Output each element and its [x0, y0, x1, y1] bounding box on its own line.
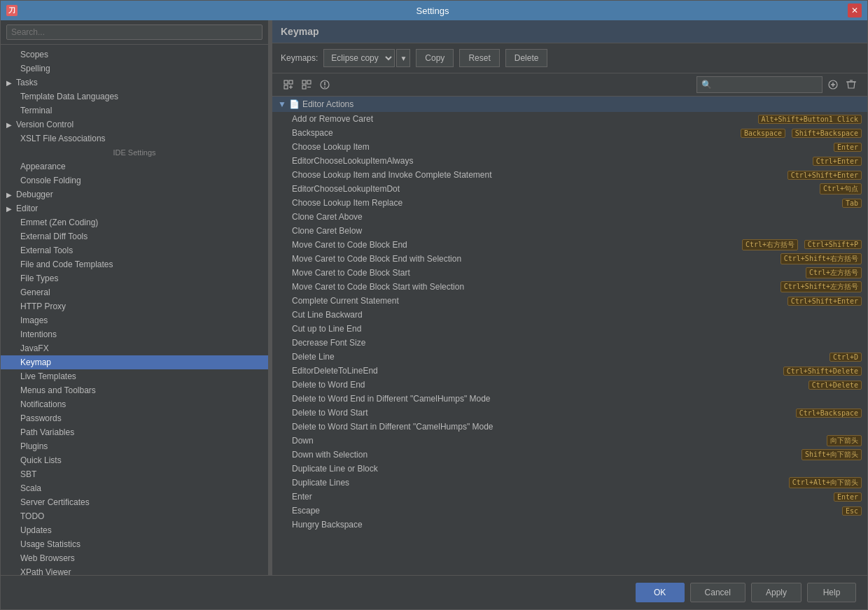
- tree-item[interactable]: Escape Esc: [272, 504, 867, 518]
- sidebar-item-scala[interactable]: Scala: [1, 481, 268, 495]
- tree-item[interactable]: Down with Selection Shift+向下箭头: [272, 448, 867, 462]
- tree-item[interactable]: Add or Remove Caret Alt+Shift+Button1 Cl…: [272, 112, 867, 126]
- window-title: Settings: [18, 6, 848, 16]
- sidebar-item-path-variables[interactable]: Path Variables: [1, 425, 268, 439]
- sidebar-item-appearance[interactable]: Appearance: [1, 159, 268, 173]
- right-panel: Keymap Keymaps: Eclipse copy ▼ Copy Rese…: [272, 20, 867, 575]
- remove-shortcut-btn[interactable]: [844, 77, 859, 92]
- sidebar-item-usage-statistics[interactable]: Usage Statistics: [1, 537, 268, 551]
- sidebar-item-file-types[interactable]: File Types: [1, 271, 268, 285]
- cancel-button[interactable]: Cancel: [690, 583, 746, 602]
- help-button[interactable]: Help: [807, 583, 856, 602]
- sidebar-item-updates[interactable]: Updates: [1, 523, 268, 537]
- tree-item[interactable]: Enter Enter: [272, 490, 867, 504]
- tree-item[interactable]: EditorChooseLookupItemAlways Ctrl+Enter: [272, 154, 867, 168]
- actions-tree: ▼ 📄 Editor Actions Add or Remove Caret A…: [272, 97, 867, 575]
- show-only-conflicts-btn[interactable]: [317, 77, 332, 92]
- sidebar-item-passwords[interactable]: Passwords: [1, 411, 268, 425]
- title-bar: 刀 Settings ✕: [1, 1, 867, 20]
- action-search-input[interactable]: [696, 76, 822, 93]
- tree-item[interactable]: Move Caret to Code Block Start Ctrl+左方括号: [272, 266, 867, 280]
- sidebar-item-plugins[interactable]: Plugins: [1, 439, 268, 453]
- sidebar-item-spelling[interactable]: Spelling: [1, 62, 268, 76]
- svg-rect-1: [289, 80, 293, 84]
- close-button[interactable]: ✕: [848, 3, 862, 17]
- copy-button[interactable]: Copy: [416, 49, 454, 67]
- sidebar-item-live-templates[interactable]: Live Templates: [1, 369, 268, 383]
- tree-item[interactable]: Clone Caret Above: [272, 210, 867, 224]
- sidebar-item-javafx[interactable]: JavaFX: [1, 341, 268, 355]
- sidebar-item-sbt[interactable]: SBT: [1, 467, 268, 481]
- tree-item[interactable]: Delete to Word Start in Different "Camel…: [272, 420, 867, 434]
- sidebar-item-template-data-languages[interactable]: Template Data Languages: [1, 90, 268, 104]
- keymap-dropdown-btn[interactable]: ▼: [396, 49, 410, 67]
- sidebar-item-intentions[interactable]: Intentions: [1, 327, 268, 341]
- ok-button[interactable]: OK: [636, 583, 685, 602]
- tree-item[interactable]: Duplicate Line or Block: [272, 462, 867, 476]
- sidebar-item-keymap[interactable]: Keymap: [1, 355, 268, 369]
- svg-rect-2: [284, 85, 288, 89]
- apply-button[interactable]: Apply: [751, 583, 802, 602]
- reset-button[interactable]: Reset: [459, 49, 499, 67]
- tree-item[interactable]: Hungry Backspace: [272, 518, 867, 532]
- sidebar-item-web-browsers[interactable]: Web Browsers: [1, 551, 268, 565]
- sidebar-item-emmet[interactable]: Emmet (Zen Coding): [1, 215, 268, 229]
- sidebar-list: Scopes Spelling ▶ Tasks Template Data La…: [1, 45, 268, 575]
- sidebar-item-console-folding[interactable]: Console Folding: [1, 173, 268, 187]
- collapse-all-btn[interactable]: [299, 77, 314, 92]
- tree-item[interactable]: Delete to Word Start Ctrl+Backspace: [272, 406, 867, 420]
- add-shortcut-btn[interactable]: [825, 77, 841, 92]
- sidebar-item-xpath-viewer[interactable]: XPath Viewer: [1, 565, 268, 575]
- svg-rect-0: [284, 80, 288, 84]
- sidebar-item-external-tools[interactable]: External Tools: [1, 243, 268, 257]
- tree-item[interactable]: Choose Lookup Item and Invoke Complete S…: [272, 168, 867, 182]
- editor-actions-group[interactable]: ▼ 📄 Editor Actions: [272, 97, 867, 112]
- sidebar-search-input[interactable]: [6, 24, 262, 40]
- tree-item[interactable]: EditorChooseLookupItemDot Ctrl+句点: [272, 182, 867, 196]
- sidebar-item-menus-and-toolbars[interactable]: Menus and Toolbars: [1, 383, 268, 397]
- tree-item[interactable]: Choose Lookup Item Replace Tab: [272, 196, 867, 210]
- sidebar-item-terminal[interactable]: Terminal: [1, 104, 268, 118]
- svg-rect-6: [307, 80, 311, 84]
- sidebar-item-images[interactable]: Images: [1, 313, 268, 327]
- sidebar-item-file-and-code-templates[interactable]: File and Code Templates: [1, 257, 268, 271]
- tree-item[interactable]: Cut Line Backward: [272, 308, 867, 322]
- sidebar-item-version-control[interactable]: ▶ Version Control: [1, 118, 268, 132]
- delete-button[interactable]: Delete: [505, 49, 548, 67]
- tree-item[interactable]: Complete Current Statement Ctrl+Shift+En…: [272, 294, 867, 308]
- sidebar-item-general[interactable]: General: [1, 285, 268, 299]
- tree-item[interactable]: Down 向下箭头: [272, 434, 867, 448]
- tree-item[interactable]: Backspace Backspace Shift+Backspace: [272, 126, 867, 140]
- tree-item[interactable]: Move Caret to Code Block Start with Sele…: [272, 280, 867, 294]
- sidebar-item-xslt-file-associations[interactable]: XSLT File Associations: [1, 132, 268, 146]
- sidebar-item-editor[interactable]: ▶ Editor: [1, 201, 268, 215]
- sidebar-item-tasks[interactable]: ▶ Tasks: [1, 76, 268, 90]
- tree-item[interactable]: Choose Lookup Item Enter: [272, 140, 867, 154]
- version-control-arrow: ▶: [6, 121, 15, 129]
- expand-all-btn[interactable]: [281, 77, 296, 92]
- sidebar-item-http-proxy[interactable]: HTTP Proxy: [1, 299, 268, 313]
- sidebar-item-quick-lists[interactable]: Quick Lists: [1, 453, 268, 467]
- sidebar-item-debugger[interactable]: ▶ Debugger: [1, 187, 268, 201]
- tree-item[interactable]: Delete to Word End in Different "CamelHu…: [272, 392, 867, 406]
- tree-item[interactable]: Move Caret to Code Block End with Select…: [272, 252, 867, 266]
- main-content: Scopes Spelling ▶ Tasks Template Data La…: [1, 20, 867, 575]
- sidebar-search-area: [1, 20, 268, 45]
- tree-item[interactable]: Clone Caret Below: [272, 224, 867, 238]
- tree-item[interactable]: Duplicate Lines Ctrl+Alt+向下箭头: [272, 476, 867, 490]
- sidebar-item-notifications[interactable]: Notifications: [1, 397, 268, 411]
- sidebar-item-external-diff-tools[interactable]: External Diff Tools: [1, 229, 268, 243]
- group-label: Editor Actions: [302, 99, 354, 109]
- keymap-select[interactable]: Eclipse copy: [323, 49, 395, 67]
- app-icon: 刀: [6, 5, 18, 16]
- sidebar-item-scopes[interactable]: Scopes: [1, 48, 268, 62]
- tree-item[interactable]: Decrease Font Size: [272, 336, 867, 350]
- tree-item[interactable]: Delete to Word End Ctrl+Delete: [272, 378, 867, 392]
- tree-item[interactable]: Delete Line Ctrl+D: [272, 350, 867, 364]
- sidebar-item-server-certificates[interactable]: Server Certificates: [1, 495, 268, 509]
- sidebar-item-todo[interactable]: TODO: [1, 509, 268, 523]
- tree-item[interactable]: Move Caret to Code Block End Ctrl+右方括号 C…: [272, 238, 867, 252]
- tree-item[interactable]: Cut up to Line End: [272, 322, 867, 336]
- editor-arrow: ▶: [6, 205, 15, 213]
- tree-item[interactable]: EditorDeleteToLineEnd Ctrl+Shift+Delete: [272, 364, 867, 378]
